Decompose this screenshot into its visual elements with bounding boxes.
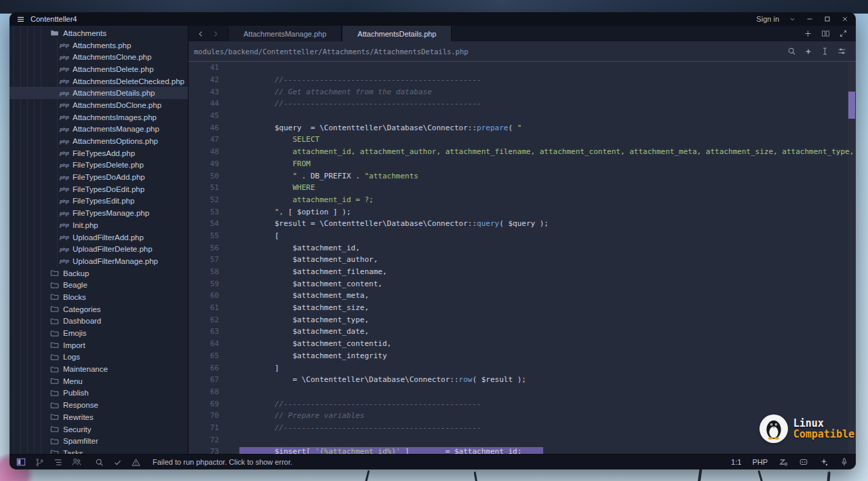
- cursor-position[interactable]: 1:1: [731, 458, 741, 466]
- code-line-47[interactable]: 47 SELECT: [189, 134, 856, 146]
- inline-assist-icon[interactable]: [821, 47, 829, 56]
- back-icon[interactable]: [197, 30, 205, 38]
- code-line-65[interactable]: 65 $attachment_integrity: [189, 350, 856, 362]
- sidebar-item-filetypesdoedit-php[interactable]: phpFileTypesDoEdit.php: [9, 183, 188, 195]
- sidebar-item-attachmentsdoclone-php[interactable]: phpAttachmentsDoClone.php: [9, 99, 188, 111]
- code-line-50[interactable]: 50 " . DB_PREFIX . "attachments: [189, 170, 856, 182]
- sidebar-item-init-php[interactable]: phpInit.php: [9, 219, 188, 231]
- assistant-icon[interactable]: [819, 457, 829, 467]
- code-line-68[interactable]: 68: [189, 386, 856, 398]
- sign-in-button[interactable]: Sign in: [756, 15, 779, 23]
- tab-attachmentsdetails[interactable]: AttachmentsDetails.php: [342, 26, 452, 41]
- code-line-45[interactable]: 45: [189, 110, 856, 122]
- code-line-53[interactable]: 53", [ $option ] );: [189, 206, 856, 218]
- code-line-71[interactable]: 71//------------------------------------…: [189, 422, 856, 434]
- sidebar-item-filetypesdoadd-php[interactable]: phpFileTypesDoAdd.php: [9, 171, 188, 183]
- code-line-48[interactable]: 48 attachment_id, attachment_author, att…: [189, 146, 856, 158]
- code-line-41[interactable]: 41: [189, 62, 856, 74]
- sidebar-item-uploadfiltermanage-php[interactable]: phpUploadFilterManage.php: [9, 255, 188, 267]
- dock-left-icon[interactable]: [16, 457, 26, 467]
- sidebar-item-security[interactable]: Security: [9, 423, 188, 436]
- sidebar-item-beagle[interactable]: Beagle: [9, 279, 188, 291]
- sidebar-item-filetypesadd-php[interactable]: phpFileTypesAdd.php: [9, 147, 188, 159]
- editor-scrollbar[interactable]: [848, 62, 856, 454]
- forward-icon[interactable]: [212, 30, 220, 38]
- code-line-70[interactable]: 70// Prepare variables: [189, 410, 856, 422]
- code-line-44[interactable]: 44//------------------------------------…: [189, 98, 856, 110]
- code-line-51[interactable]: 51 WHERE: [189, 182, 856, 194]
- code-line-64[interactable]: 64 $attachment_contentid,: [189, 338, 856, 350]
- copilot-icon[interactable]: [799, 457, 808, 467]
- code-line-49[interactable]: 49 FROM: [189, 158, 856, 170]
- sidebar-item-blocks[interactable]: Blocks: [9, 291, 188, 303]
- outline-icon[interactable]: [54, 458, 62, 467]
- sidebar-item-backup[interactable]: Backup: [9, 267, 188, 280]
- sidebar-item-publish[interactable]: Publish: [9, 387, 188, 400]
- mic-icon[interactable]: [840, 457, 849, 467]
- sidebar-item-attachmentsdelete-php[interactable]: phpAttachmentsDelete.php: [9, 63, 188, 75]
- breadcrumb[interactable]: modules/backend/Contentteller/Attachment…: [194, 47, 469, 56]
- sidebar-item-response[interactable]: Response: [9, 399, 188, 411]
- sidebar-item-rewrites[interactable]: Rewrites: [9, 411, 188, 423]
- code-editor[interactable]: 4142//----------------------------------…: [189, 62, 856, 454]
- new-tab-icon[interactable]: [804, 29, 812, 38]
- code-line-62[interactable]: 62 $attachment_type,: [189, 313, 856, 326]
- sidebar-item-attachments-php[interactable]: phpAttachments.php: [9, 39, 188, 52]
- sidebar-item-maintenance[interactable]: Maintenance: [9, 363, 188, 375]
- code-line-46[interactable]: 46$query = \Contentteller\Database\Conne…: [189, 121, 856, 134]
- code-line-58[interactable]: 58 $attachment_filename,: [189, 266, 856, 278]
- expand-icon[interactable]: [839, 29, 848, 38]
- code-line-66[interactable]: 66]: [189, 362, 856, 374]
- search-icon[interactable]: [787, 47, 796, 56]
- code-line-73[interactable]: 73$insert[ '{%attachment_id%}' ] = $atta…: [189, 446, 856, 454]
- sidebar-item-filetypesdelete-php[interactable]: phpFileTypesDelete.php: [9, 159, 188, 172]
- minimize-button[interactable]: [806, 15, 814, 23]
- sidebar-item-uploadfilterdelete-php[interactable]: phpUploadFilterDelete.php: [9, 243, 188, 255]
- code-line-63[interactable]: 63 $attachment_date,: [189, 326, 856, 338]
- diagnostic-message[interactable]: Failed to run phpactor. Click to show er…: [153, 458, 292, 466]
- sidebar-item-attachmentsclone-php[interactable]: phpAttachmentsClone.php: [9, 51, 188, 63]
- ai-settings-icon[interactable]: [778, 457, 788, 467]
- collab-icon[interactable]: [72, 457, 81, 467]
- sidebar-item-attachments[interactable]: Attachments: [9, 27, 188, 39]
- sidebar-item-emojis[interactable]: Emojis: [9, 327, 188, 339]
- sidebar-item-spamfilter[interactable]: Spamfilter: [9, 435, 188, 447]
- sidebar-item-dashboard[interactable]: Dashboard: [9, 315, 188, 328]
- code-line-54[interactable]: 54$result = \Contentteller\Database\Conn…: [189, 218, 856, 230]
- sidebar-item-filetypesmanage-php[interactable]: phpFileTypesManage.php: [9, 207, 188, 219]
- sidebar-item-attachmentsdetails-php[interactable]: phpAttachmentsDetails.php: [9, 87, 188, 99]
- sidebar-item-menu[interactable]: Menu: [9, 375, 188, 387]
- code-line-43[interactable]: 43// Get attachment from the database: [189, 85, 856, 98]
- scrollbar-thumb[interactable]: [848, 92, 855, 119]
- code-line-55[interactable]: 55[: [189, 230, 856, 242]
- sidebar-item-import[interactable]: Import: [9, 339, 188, 351]
- code-line-72[interactable]: 72: [189, 434, 856, 446]
- code-line-42[interactable]: 42//------------------------------------…: [189, 74, 856, 86]
- sidebar-item-logs[interactable]: Logs: [9, 351, 188, 364]
- code-line-59[interactable]: 59 $attachment_content,: [189, 277, 856, 290]
- sidebar-item-tasks[interactable]: Tasks: [9, 447, 188, 454]
- code-line-60[interactable]: 60 $attachment_meta,: [189, 290, 856, 302]
- sidebar-item-filetypesedit-php[interactable]: phpFileTypesEdit.php: [9, 195, 188, 208]
- sidebar-item-attachmentsoptions-php[interactable]: phpAttachmentsOptions.php: [9, 135, 188, 147]
- code-line-57[interactable]: 57 $attachment_author,: [189, 254, 856, 266]
- tune-icon[interactable]: [837, 47, 846, 56]
- split-pane-icon[interactable]: [821, 29, 830, 38]
- code-line-56[interactable]: 56 $attachment_id,: [189, 242, 856, 254]
- close-button[interactable]: [841, 15, 849, 23]
- git-branch-icon[interactable]: [35, 458, 44, 467]
- chevron-down-icon[interactable]: [789, 16, 796, 23]
- warning-icon[interactable]: [132, 458, 140, 467]
- menu-hamburger-icon[interactable]: [16, 15, 25, 24]
- sidebar-item-attachmentsmanage-php[interactable]: phpAttachmentsManage.php: [9, 123, 188, 136]
- code-line-69[interactable]: 69//------------------------------------…: [189, 398, 856, 410]
- sparkle-icon[interactable]: [804, 47, 812, 56]
- sidebar-item-categories[interactable]: Categories: [9, 303, 188, 315]
- sidebar-item-attachmentsimages-php[interactable]: phpAttachmentsImages.php: [9, 111, 188, 123]
- code-line-61[interactable]: 61 $attachment_size,: [189, 302, 856, 314]
- maximize-button[interactable]: [823, 15, 831, 23]
- search-icon[interactable]: [95, 458, 104, 467]
- check-icon[interactable]: [113, 458, 122, 467]
- sidebar-item-attachmentsdeletechecked-php[interactable]: phpAttachmentsDeleteChecked.php: [9, 75, 188, 88]
- sidebar-item-uploadfilteradd-php[interactable]: phpUploadFilterAdd.php: [9, 231, 188, 244]
